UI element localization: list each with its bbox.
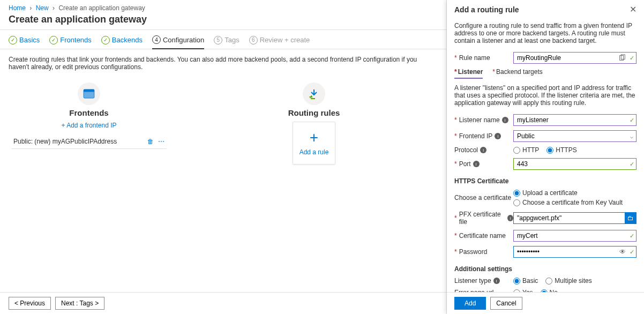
frontend-ip-select[interactable]: Public [513,130,636,142]
check-icon: ✓ [630,233,634,240]
breadcrumb: Home › New › Create an application gatew… [0,0,446,14]
close-icon[interactable]: ✕ [630,4,636,14]
additional-settings-heading: Additional settings [454,265,636,273]
breadcrumb-current: Create an application gateway [58,4,145,12]
check-icon: ✓ [630,249,634,256]
frontend-item[interactable]: Public: (new) myAGPublicIPAddress 🗑 ⋯ [11,134,167,149]
routing-rules-title: Routing rules [288,108,340,117]
delete-icon[interactable]: 🗑 [147,138,154,145]
add-button[interactable]: Add [454,297,486,310]
wizard-footer: < Previous Next : Tags > [0,292,446,314]
listener-name-label: Listener name [459,116,500,124]
routing-rule-panel: Add a routing rule ✕ Configure a routing… [447,0,644,314]
tab-basics[interactable]: ✓Basics [9,35,40,49]
protocol-http-radio[interactable]: HTTP [513,146,539,154]
tab-backends[interactable]: ✓Backends [101,35,143,49]
frontend-item-label: Public: (new) myAGPublicIPAddress [13,138,117,145]
error-page-no-radio[interactable]: No [541,289,558,292]
routing-rules-icon [303,83,325,105]
plus-icon: + [310,130,318,145]
tab-tags[interactable]: 5Tags [214,35,239,49]
next-button[interactable]: Next : Tags > [55,297,104,310]
browse-file-button[interactable]: 🗀 [625,212,636,224]
frontends-icon [78,83,100,105]
tab-backend-targets[interactable]: *Backend targets [492,68,542,79]
panel-title: Add a routing rule [454,5,519,14]
tab-configuration[interactable]: 4Configuration [152,35,204,49]
add-rule-card[interactable]: + Add a rule [293,122,335,165]
tab-frontends[interactable]: ✓Frontends [49,35,92,49]
password-input[interactable] [513,246,636,258]
info-icon[interactable]: i [507,215,513,221]
panel-footer: Add Cancel [447,292,644,314]
previous-button[interactable]: < Previous [9,297,51,310]
tab-listener[interactable]: *Listener [454,68,483,79]
tab-review[interactable]: 6Review + create [249,35,310,49]
check-icon: ✓ [630,55,634,62]
protocol-https-radio[interactable]: HTTPS [546,146,576,154]
page-title: Create an application gateway [0,14,446,29]
wizard-tabs: ✓Basics ✓Frontends ✓Backends 4Configurat… [0,30,446,49]
more-icon[interactable]: ⋯ [158,138,164,145]
main-content: Home › New › Create an application gatew… [0,0,447,314]
check-icon: ✓ [630,117,634,124]
listener-type-label: Listener type [454,277,491,285]
add-frontend-ip-link[interactable]: + Add a frontend IP [61,122,116,129]
listener-description: A listener "listens" on a specified port… [454,84,636,107]
info-icon[interactable]: i [495,133,501,139]
cert-name-label: Certificate name [459,232,506,240]
keyvault-cert-radio[interactable]: Choose a certificate from Key Vault [513,199,636,206]
eye-icon[interactable]: 👁 [619,248,626,256]
breadcrumb-new[interactable]: New [36,4,49,12]
copy-icon[interactable] [618,54,626,62]
listener-name-input[interactable] [513,114,636,126]
protocol-label: Protocol [454,146,478,154]
https-cert-heading: HTTPS Certificate [454,177,636,185]
svg-rect-1 [84,89,94,92]
pfx-file-input[interactable] [513,212,636,224]
frontends-title: Frontends [69,108,108,117]
page-description: Create routing rules that link your fron… [0,49,446,77]
info-icon[interactable]: i [502,117,508,123]
panel-description: Configure a routing rule to send traffic… [454,22,636,44]
frontend-ip-label: Frontend IP [459,132,493,140]
listener-type-basic-radio[interactable]: Basic [513,277,538,285]
password-label: Password [459,248,488,256]
port-label: Port [459,160,471,168]
port-input[interactable] [513,158,636,170]
pfx-file-label: PFX certificate file [459,211,506,226]
listener-type-multi-radio[interactable]: Multiple sites [545,277,591,285]
frontends-column: Frontends + Add a frontend IP Public: (n… [9,83,169,165]
cancel-button[interactable]: Cancel [490,297,522,310]
choose-cert-label: Choose a certificate [454,194,511,201]
check-icon: ✓ [630,161,634,168]
error-page-yes-radio[interactable]: Yes [513,289,533,292]
info-icon[interactable]: i [473,161,480,167]
breadcrumb-home[interactable]: Home [9,4,26,12]
info-icon[interactable]: i [480,147,486,153]
cert-name-input[interactable] [513,230,636,242]
routing-rules-column: Routing rules + Add a rule [234,83,394,165]
add-rule-label: Add a rule [299,148,329,156]
upload-cert-radio[interactable]: Upload a certificate [513,189,636,197]
rule-name-label: Rule name [459,54,490,62]
info-icon[interactable]: i [493,278,500,284]
